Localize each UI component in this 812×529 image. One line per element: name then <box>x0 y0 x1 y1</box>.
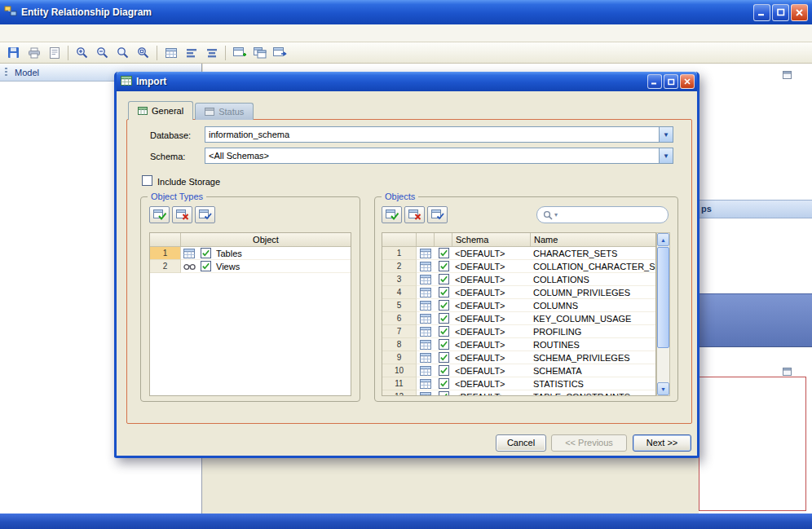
objects-table-row[interactable]: 6 <DEFAULT> KEY_COLUMN_USAGE <box>382 312 655 325</box>
menu-item[interactable] <box>31 31 46 36</box>
tab-general[interactable]: General <box>128 101 193 120</box>
row-number-cell: 7 <box>382 325 417 338</box>
main-titlebar[interactable]: Entity Relationship Diagram <box>0 0 812 24</box>
row-checkbox[interactable] <box>435 338 452 351</box>
row-checkbox[interactable] <box>435 299 452 312</box>
row-checkbox[interactable] <box>435 377 452 390</box>
row-checkbox[interactable] <box>197 247 214 260</box>
menu-item[interactable] <box>46 31 60 36</box>
print-preview-icon[interactable] <box>44 44 64 62</box>
zoom-in-icon[interactable] <box>72 44 92 62</box>
close-button[interactable] <box>791 4 808 21</box>
deselect-all-button[interactable] <box>404 206 425 223</box>
right-panel-selected-item[interactable] <box>699 293 812 347</box>
maximize-button[interactable] <box>772 4 789 21</box>
schema-combobox[interactable]: <All Schemas> ▼ <box>205 148 673 164</box>
print-icon[interactable] <box>24 44 44 62</box>
row-checkbox[interactable] <box>435 325 452 338</box>
table-export-icon[interactable] <box>270 44 290 62</box>
panel-grip[interactable] <box>5 68 7 77</box>
table-new-icon[interactable] <box>229 44 249 62</box>
zoom-actual-icon[interactable] <box>113 44 133 62</box>
objects-table-row[interactable]: 12 <DEFAULT> TABLE_CONSTRAINTS <box>382 390 655 395</box>
table-grid-icon[interactable] <box>161 44 181 62</box>
database-combobox[interactable]: information_schema ▼ <box>205 126 673 143</box>
object-type-label: Views <box>214 260 351 273</box>
scroll-down-icon[interactable]: ▼ <box>657 382 669 395</box>
schema-column-header[interactable]: Schema <box>452 233 531 246</box>
name-column-header[interactable]: Name <box>531 233 655 246</box>
objects-table-row[interactable]: 2 <DEFAULT> COLLATION_CHARACTER_SE... <box>382 260 655 273</box>
select-all-button[interactable] <box>149 206 170 223</box>
objects-table-row[interactable]: 3 <DEFAULT> COLLATIONS <box>382 273 655 286</box>
name-cell: COLUMNS <box>531 299 655 312</box>
dialog-close-button[interactable] <box>680 74 695 89</box>
align-vertical-icon[interactable] <box>201 44 222 62</box>
objects-table-row[interactable]: 11 <DEFAULT> STATISTICS <box>382 377 655 390</box>
objects-group: Objects ▾ <box>374 196 678 402</box>
previous-button[interactable]: << Previous <box>551 434 627 452</box>
schema-cell: <DEFAULT> <box>452 247 531 260</box>
row-checkbox[interactable] <box>435 260 452 273</box>
row-checkbox[interactable] <box>435 364 452 377</box>
include-storage-checkbox[interactable] <box>142 175 152 186</box>
dropdown-arrow-icon[interactable]: ▼ <box>659 148 673 163</box>
object-types-row-tables[interactable]: 1 Tables <box>150 247 351 260</box>
menu-item[interactable] <box>75 31 90 36</box>
table-copy-icon[interactable] <box>249 44 270 62</box>
scrollbar-thumb[interactable] <box>657 247 669 348</box>
float-panel-icon[interactable] <box>779 68 794 82</box>
import-dialog-titlebar[interactable]: Import <box>117 72 697 91</box>
row-checkbox[interactable] <box>435 351 452 364</box>
tab-status[interactable]: Status <box>195 103 254 120</box>
row-checkbox[interactable] <box>435 286 452 299</box>
objects-table-row[interactable]: 10 <DEFAULT> SCHEMATA <box>382 364 655 377</box>
search-filter-caret-icon[interactable]: ▾ <box>554 211 558 218</box>
objects-table-row[interactable]: 4 <DEFAULT> COLUMN_PRIVILEGES <box>382 286 655 299</box>
name-cell: ROUTINES <box>531 338 655 351</box>
row-checkbox[interactable] <box>197 260 214 273</box>
window-title: Entity Relationship Diagram <box>21 7 152 18</box>
import-dialog: Import General Status Da <box>114 72 699 458</box>
objects-table-row[interactable]: 7 <DEFAULT> PROFILING <box>382 325 655 338</box>
zoom-fit-icon[interactable] <box>133 44 153 62</box>
zoom-out-icon[interactable] <box>92 44 113 62</box>
import-dialog-icon <box>121 76 132 87</box>
objects-search-box[interactable]: ▾ <box>536 206 669 223</box>
align-horizontal-icon[interactable] <box>181 44 201 62</box>
dialog-maximize-button[interactable] <box>664 74 678 89</box>
objects-search-input[interactable] <box>559 210 668 220</box>
name-cell: COLLATIONS <box>531 273 655 286</box>
select-all-button[interactable] <box>382 206 402 223</box>
right-panel-list-item[interactable] <box>699 247 812 272</box>
objects-scrollbar[interactable]: ▲ ▼ <box>656 232 670 396</box>
row-checkbox[interactable] <box>435 390 452 395</box>
object-column-header[interactable]: Object <box>181 233 351 246</box>
dialog-minimize-button[interactable] <box>647 74 662 89</box>
row-checkbox[interactable] <box>435 247 452 260</box>
objects-table-row[interactable]: 8 <DEFAULT> ROUTINES <box>382 338 655 351</box>
invert-selection-button[interactable] <box>427 206 448 223</box>
row-checkbox[interactable] <box>435 312 452 325</box>
right-panel-list-item[interactable] <box>699 222 812 247</box>
minimize-button[interactable] <box>753 4 770 21</box>
objects-table-row[interactable]: 1 <DEFAULT> CHARACTER_SETS <box>382 247 655 260</box>
menu-item[interactable] <box>60 31 75 36</box>
menu-item[interactable] <box>90 31 104 36</box>
save-icon[interactable] <box>3 44 24 62</box>
menu-item[interactable] <box>2 31 16 36</box>
invert-selection-button[interactable] <box>195 206 215 223</box>
next-button[interactable]: Next >> <box>633 434 691 452</box>
object-types-row-views[interactable]: 2 Views <box>150 260 351 273</box>
dropdown-arrow-icon[interactable]: ▼ <box>659 127 673 142</box>
scroll-up-icon[interactable]: ▲ <box>657 233 669 246</box>
dialog-tabs: General Status <box>128 101 254 120</box>
name-cell: CHARACTER_SETS <box>531 247 655 260</box>
row-checkbox[interactable] <box>435 273 452 286</box>
objects-table-row[interactable]: 5 <DEFAULT> COLUMNS <box>382 299 655 312</box>
deselect-all-button[interactable] <box>172 206 192 223</box>
objects-table-row[interactable]: 9 <DEFAULT> SCHEMA_PRIVILEGES <box>382 351 655 364</box>
cancel-button[interactable]: Cancel <box>496 434 546 452</box>
name-cell: COLLATION_CHARACTER_SE... <box>531 260 655 273</box>
menu-item[interactable] <box>16 31 31 36</box>
